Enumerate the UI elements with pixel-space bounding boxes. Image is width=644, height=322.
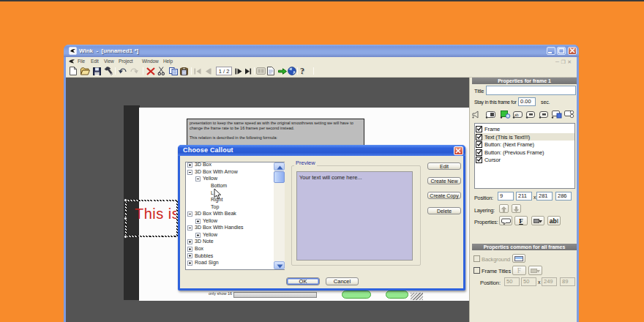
svg-text:ab: ab xyxy=(514,113,519,117)
